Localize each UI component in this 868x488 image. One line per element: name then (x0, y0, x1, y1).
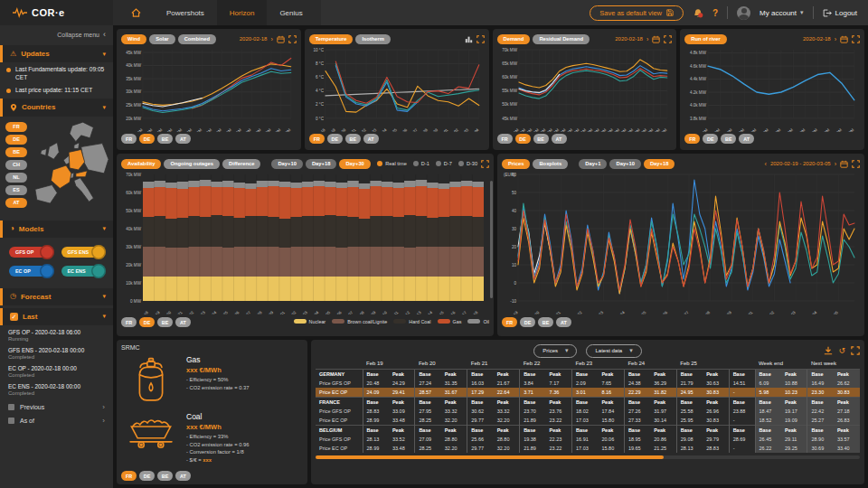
tab-ongoing-outages[interactable]: Ongoing outages (164, 159, 220, 169)
table-row[interactable]: Price EC OP28.9933.4828.2532.2029.7732.2… (316, 444, 860, 453)
tab-day-30[interactable]: Day+30 (339, 159, 370, 169)
tab-fr[interactable]: FR (121, 317, 137, 327)
expand-icon[interactable] (476, 35, 485, 43)
collapse-menu-button[interactable]: Collapse menu ‹ (0, 25, 113, 42)
tab-prices[interactable]: Prices (502, 159, 530, 169)
help-button[interactable]: ? (712, 8, 718, 18)
previous-toggle[interactable]: Previous › (0, 398, 113, 411)
tab-es[interactable]: ES (5, 185, 27, 195)
tab-de[interactable]: DE (139, 471, 155, 481)
expand-icon[interactable] (851, 346, 860, 355)
tab-day-18[interactable]: Day+18 (306, 159, 336, 169)
table-row[interactable]: Price GFS OP20.4824.2927.2431.3516.0321.… (316, 379, 860, 388)
tab-fr[interactable]: FR (502, 317, 517, 327)
download-icon[interactable] (824, 346, 833, 355)
tab-at[interactable]: AT (739, 134, 754, 144)
tab-at[interactable]: AT (552, 134, 567, 144)
bar-chart-icon[interactable] (465, 35, 473, 43)
tab-difference[interactable]: Difference (222, 159, 260, 169)
tab-fr[interactable]: FR (684, 134, 700, 144)
section-countries[interactable]: Countries ▾ (0, 99, 113, 117)
calendar-icon[interactable] (840, 35, 848, 43)
tab-fr[interactable]: FR (5, 122, 27, 132)
nav-horizon[interactable]: Horizon (217, 0, 268, 25)
tab-fr[interactable]: FR (309, 134, 325, 144)
toggle-gfs-op[interactable]: GFS OP (9, 247, 51, 258)
next-date-button[interactable]: › (646, 36, 648, 42)
calendar-icon[interactable] (277, 35, 285, 43)
next-date-button[interactable]: › (270, 36, 272, 42)
as-of-toggle[interactable]: As of › (0, 411, 113, 425)
home-button[interactable] (118, 0, 154, 25)
section-forecast[interactable]: ◷ Forecast ▾ (0, 288, 113, 305)
tab-boxplots[interactable]: Boxplots (533, 159, 568, 169)
tab-be[interactable]: BE (157, 317, 173, 327)
toggle-ec-op[interactable]: EC OP (9, 266, 51, 277)
table-row[interactable]: Price EC OP24.0929.4128.5731.6717.2922.6… (316, 388, 860, 398)
table-data-dropdown[interactable]: Latest data ▾ (586, 344, 641, 358)
toggle-gfs-ens[interactable]: GFS ENS (61, 247, 103, 258)
scrollbar-thumb[interactable] (316, 455, 664, 459)
tab-de[interactable]: DE (5, 135, 27, 145)
tab-day-10[interactable]: Day+10 (271, 159, 302, 169)
table-row[interactable]: Price GFS OP28.1333.5227.0928.8025.6628.… (316, 435, 860, 444)
tab-de[interactable]: DE (520, 317, 535, 327)
tab-at[interactable]: AT (175, 134, 191, 144)
tab-be[interactable]: BE (721, 134, 736, 144)
radio-d-7[interactable]: D-7 (436, 161, 452, 166)
tab-de[interactable]: DE (139, 134, 155, 144)
next-date-button[interactable]: › (835, 36, 836, 42)
tab-de[interactable]: DE (515, 134, 531, 144)
tab-be[interactable]: BE (157, 471, 173, 481)
expand-icon[interactable] (481, 160, 489, 168)
radio-d-1[interactable]: D-1 (413, 161, 429, 166)
tab-day-10[interactable]: Day+10 (609, 159, 640, 169)
tab-fr[interactable]: FR (121, 471, 137, 481)
tab-nl[interactable]: NL (5, 173, 27, 183)
tab-solar[interactable]: Solar (149, 34, 175, 44)
tab-fr[interactable]: FR (121, 134, 137, 144)
section-updates[interactable]: ⚠ Updates ▾ (0, 45, 113, 62)
table-row[interactable]: Price GFS OP28.8333.0927.9533.3230.6233.… (316, 407, 860, 416)
expand-icon[interactable] (664, 35, 672, 43)
tab-wind[interactable]: Wind (121, 34, 146, 44)
my-account-button[interactable]: My account ▾ (760, 9, 803, 17)
toggle-ec-ens[interactable]: EC ENS (61, 266, 103, 277)
tab-de[interactable]: DE (327, 134, 343, 144)
tab-temperature[interactable]: Temperature (309, 34, 354, 44)
tab-fr[interactable]: FR (497, 134, 513, 144)
tab-availability[interactable]: Availability (121, 159, 161, 169)
tab-run-of-river[interactable]: Run of river (684, 34, 727, 44)
vertical-scrollbar[interactable] (490, 181, 493, 298)
expand-icon[interactable] (852, 35, 860, 43)
table-type-dropdown[interactable]: Prices ▾ (533, 344, 577, 358)
tab-at[interactable]: AT (556, 317, 571, 327)
tab-demand[interactable]: Demand (497, 34, 531, 44)
calendar-icon[interactable] (840, 160, 848, 168)
expand-icon[interactable] (288, 35, 297, 43)
tab-day-18[interactable]: Day+18 (644, 159, 675, 169)
section-last[interactable]: ✓ Last ▾ (0, 308, 113, 325)
tab-at[interactable]: AT (175, 317, 191, 327)
radio-d-30[interactable]: D-30 (458, 161, 477, 166)
tab-be[interactable]: BE (157, 134, 173, 144)
next-range-button[interactable]: › (835, 161, 836, 167)
history-icon[interactable]: ↺ (838, 347, 845, 355)
nav-powershots[interactable]: Powershots (154, 0, 217, 25)
tab-de[interactable]: DE (139, 317, 155, 327)
radio-real-time[interactable]: Real time (377, 161, 407, 166)
tab-isotherm[interactable]: Isotherm (355, 34, 390, 44)
notifications-button[interactable] (693, 8, 703, 18)
tab-at[interactable]: AT (175, 471, 191, 481)
logout-button[interactable]: Logout (823, 9, 857, 17)
tab-ch[interactable]: CH (5, 160, 27, 170)
tab-be[interactable]: BE (538, 317, 553, 327)
avatar[interactable] (737, 6, 750, 20)
section-models[interactable]: ◑ Models ▾ (0, 221, 113, 238)
tab-be[interactable]: BE (345, 134, 361, 144)
save-as-default-view-button[interactable]: Save as default view (590, 5, 684, 21)
calendar-icon[interactable] (652, 35, 660, 43)
tab-combined[interactable]: Combined (178, 34, 216, 44)
table-row[interactable]: Price EC OP28.9933.4828.2532.2029.7732.2… (316, 416, 860, 426)
tab-day-1[interactable]: Day+1 (579, 159, 607, 169)
